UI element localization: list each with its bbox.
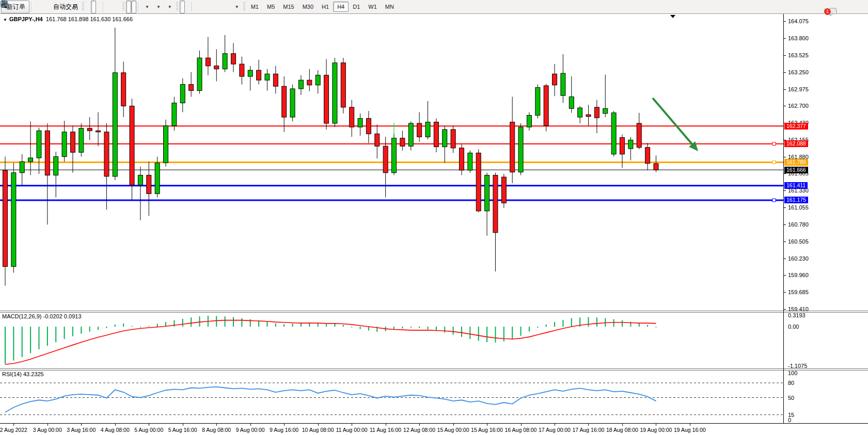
time-tick (81, 424, 82, 426)
tf-w1[interactable]: W1 (364, 2, 381, 12)
time-label: 4 Aug 08:00 (101, 427, 130, 433)
macd-chart[interactable] (0, 313, 783, 368)
ohlc-readout: 161.768 161.898 161.630 161.666 (46, 16, 133, 22)
label-button[interactable]: T (225, 1, 230, 13)
bar-chart-button[interactable] (86, 1, 91, 13)
chart-shift-button[interactable] (131, 1, 136, 13)
price-axis[interactable]: 164.075 163.800 163.525 163.250 162.975 … (784, 14, 868, 423)
toolbar-group-draw: EFAT▼ (194, 1, 242, 13)
price-tick-label: 162.975 (788, 86, 809, 92)
navigator-button[interactable] (39, 1, 44, 13)
candle-chart-button[interactable] (91, 1, 96, 13)
time-tick (115, 424, 116, 426)
rsi-chart[interactable] (0, 370, 783, 423)
axis-tick (784, 309, 786, 310)
channel-button[interactable]: E (210, 1, 215, 13)
time-label: 11 Aug 00:00 (336, 427, 368, 433)
toolbar-drag-handle[interactable] (122, 2, 124, 11)
time-label: 3 Aug 00:00 (33, 427, 62, 433)
price-tick-label: 161.055 (788, 204, 809, 211)
tf-m15[interactable]: M15 (279, 2, 298, 12)
toolbar-group-chart-type (86, 1, 101, 13)
candlestick-series[interactable] (3, 28, 658, 286)
time-axis[interactable]: 2 Aug 2022 3 Aug 00:00 3 Aug 16:00 4 Aug… (0, 423, 868, 435)
price-tick-label: 160.505 (788, 238, 809, 245)
time-label: 11 Aug 16:00 (370, 427, 401, 433)
toolbar-group-timeframes: M1M5M15M30H1H4D1W1MN (247, 1, 398, 13)
line-handle[interactable] (772, 142, 776, 146)
hline-button[interactable] (199, 1, 204, 13)
main-chart-panel[interactable] (0, 14, 783, 311)
arrows-button[interactable]: ▼ (230, 1, 242, 13)
time-tick (183, 424, 183, 426)
tf-m30[interactable]: M30 (298, 2, 318, 12)
toolbar-group-scroll (126, 1, 136, 13)
line-chart-button[interactable] (96, 1, 101, 13)
rsi-line (5, 387, 656, 412)
axis-tick (784, 292, 786, 293)
crosshair-button[interactable] (185, 1, 190, 13)
line-handle[interactable] (772, 160, 776, 164)
time-label: 18 Aug 08:00 (606, 427, 638, 433)
down-arrow-object[interactable] (653, 98, 698, 151)
rsi-tick-label: 0 (788, 417, 791, 423)
time-label: 17 Aug 16:00 (573, 427, 605, 433)
time-label: 19 Aug 00:00 (640, 427, 672, 433)
trendline-button[interactable] (204, 1, 210, 13)
tile-windows-button[interactable] (116, 1, 121, 13)
templates-button[interactable]: ▼ (163, 1, 175, 13)
time-label: 8 Aug 08:00 (202, 427, 231, 433)
periods-button[interactable]: ▼ (152, 1, 163, 13)
time-label: 17 Aug 00:00 (539, 427, 571, 433)
time-label: 16 Aug 08:00 (505, 427, 537, 433)
cursor-button[interactable] (180, 1, 185, 13)
price-tick-label: 159.410 (788, 306, 809, 312)
price-tick-label: 162.700 (788, 103, 809, 109)
toolbar-drag-handle[interactable] (243, 2, 245, 11)
toolbar-group-insert: ▼▼▼ (140, 1, 175, 13)
time-tick (216, 424, 217, 426)
time-tick (284, 424, 285, 426)
collapse-icon[interactable]: ▼ (3, 18, 7, 22)
zoom-out-button[interactable] (111, 1, 116, 13)
macd-tick-label: -1.1075 (788, 363, 807, 369)
shift-marker-icon[interactable] (670, 15, 675, 18)
time-tick (622, 424, 623, 426)
macd-label: MACD(12,26,9) -0.0202 0.0913 (2, 313, 82, 319)
market-watch-button[interactable] (34, 1, 39, 13)
price-chart[interactable] (0, 14, 783, 311)
axis-tick (784, 259, 786, 259)
tf-d1[interactable]: D1 (349, 2, 364, 12)
toolbar-drag-handle[interactable] (82, 2, 84, 11)
indicators-button[interactable]: ▼ (140, 1, 152, 13)
toolbar-drag-handle[interactable] (176, 2, 178, 11)
auto-scroll-button[interactable] (126, 1, 131, 13)
tf-m5[interactable]: M5 (263, 2, 279, 12)
toolbar: 新订单自动交易▼▼▼EFAT▼M1M5M15M30H1H4D1W1MN1 (0, 0, 868, 14)
axis-tick (784, 38, 786, 39)
chevron-down-icon: ▼ (145, 5, 149, 9)
text-button[interactable]: A (220, 1, 225, 13)
rsi-panel[interactable] (0, 370, 783, 423)
tf-m1[interactable]: M1 (247, 2, 263, 12)
signal-button[interactable] (44, 1, 49, 13)
fibo-button[interactable]: F (215, 1, 220, 13)
auto-trade-button[interactable]: 自动交易 (49, 1, 81, 13)
zoom-in-button[interactable] (105, 1, 111, 13)
price-tick-label: 164.075 (788, 18, 809, 24)
macd-panel[interactable] (0, 313, 783, 368)
line-handle[interactable] (772, 199, 776, 202)
chart-title: ▼GBPJPY-,H4 161.768 161.898 161.630 161.… (3, 16, 133, 22)
tf-h4[interactable]: H4 (333, 2, 349, 12)
toolbar-group-zoom (105, 1, 121, 13)
toolbar-group-pointer (180, 1, 190, 13)
axis-tick (784, 106, 786, 106)
time-tick (487, 424, 487, 426)
rsi-tick-label: 50 (788, 395, 794, 401)
time-tick (521, 424, 522, 426)
axis-tick (784, 89, 786, 90)
axis-tick (784, 241, 786, 242)
vline-button[interactable] (194, 1, 199, 13)
tf-mn[interactable]: MN (381, 2, 398, 12)
tf-h1[interactable]: H1 (318, 2, 333, 12)
